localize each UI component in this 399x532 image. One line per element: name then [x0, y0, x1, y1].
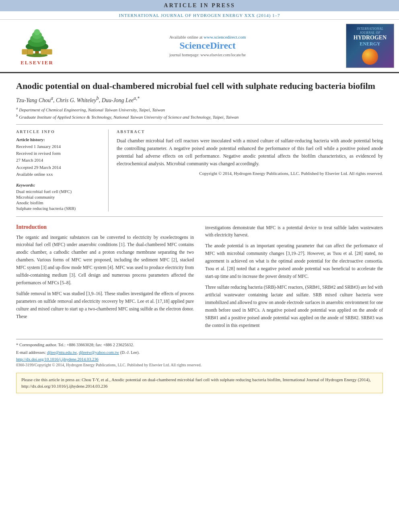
article-info-header: ARTICLE INFO	[16, 129, 103, 134]
journal-cover-title-line3: ENERGY	[360, 41, 380, 47]
affil-marker-b: b	[16, 113, 18, 117]
section-divider-1	[16, 124, 383, 125]
intro-col2-para-3: Three sulfate reducing bacteria (SRB)-MF…	[205, 283, 383, 329]
abstract-text: Dual chamber microbial fuel cell reactor…	[117, 137, 383, 168]
journal-cover-decoration	[362, 49, 378, 65]
history-accepted: Accepted 29 March 2014	[16, 164, 103, 170]
author-sup-a2: a,*	[134, 96, 140, 101]
sciencedirect-url[interactable]: www.sciencedirect.com	[204, 35, 246, 39]
citation-text: Please cite this article in press as: Ch…	[21, 377, 371, 389]
elsevier-tree-icon	[13, 26, 61, 58]
doi-link[interactable]: http://dx.doi.org/10.1016/j.ijhydene.201…	[16, 357, 383, 362]
author-sup-b: b	[97, 96, 99, 101]
history-received: Received 1 January 2014	[16, 144, 103, 150]
journal-copyright: 0360-3199/Copyright © 2014, Hydrogen Ene…	[16, 363, 383, 367]
body-col-right: investigations demonstrate that MFC is a…	[205, 224, 383, 333]
affiliation-a: a Department of Chemical Engineering, Na…	[16, 106, 383, 112]
svg-point-6	[34, 29, 40, 35]
intro-col2-para-1: investigations demonstrate that MFC is a…	[205, 224, 383, 239]
intro-para-1: The organic and inorganic substances can…	[16, 234, 194, 287]
keyword-1: Dual microbial fuel cell (MFC)	[16, 189, 103, 194]
header-center: Available online at www.sciencedirect.co…	[69, 35, 346, 57]
keyword-3: Anodic biofilm	[16, 200, 103, 205]
corresponding-author-note: * Corresponding author. Tel.: +886 33663…	[16, 342, 383, 348]
available-online-text: Available online at www.sciencedirect.co…	[69, 35, 346, 39]
top-header: ELSEVIER Available online at www.science…	[0, 20, 399, 73]
elsevier-brand-text: ELSEVIER	[21, 60, 53, 66]
email-note: E-mail addresses: djlee@ntu.edu.tw, djle…	[16, 349, 383, 356]
journal-cover-title-line1: International Journal of	[349, 27, 391, 35]
abstract-column: ABSTRACT Dual chamber microbial fuel cel…	[117, 129, 383, 212]
sciencedirect-brand: ScienceDirect	[69, 40, 346, 51]
journal-cover-title-line2: HYDROGEN	[354, 35, 387, 41]
article-info-column: ARTICLE INFO Article history: Received 1…	[16, 129, 109, 212]
affiliation-b: b Graduate Institute of Applied Science …	[16, 113, 383, 119]
journal-homepage: journal homepage: www.elsevier.com/locat…	[69, 53, 346, 57]
section-divider-2	[16, 216, 383, 217]
citation-box: Please cite this article in press as: Ch…	[16, 373, 383, 393]
keywords-label: Keywords:	[16, 183, 103, 187]
intro-para-2: Sulfide removal in MFC was studied [3,9–…	[16, 290, 194, 320]
intro-heading: Introduction	[16, 224, 194, 230]
article-info-abstract-section: ARTICLE INFO Article history: Received 1…	[16, 129, 383, 212]
journal-header-bar: INTERNATIONAL JOURNAL OF HYDROGEN ENERGY…	[0, 11, 399, 20]
author-sup-a: a	[51, 96, 53, 101]
history-revised-date: 27 March 2014	[16, 157, 103, 163]
history-label: Article history:	[16, 137, 103, 142]
keyword-4: Sulphate reducing bacteria (SRB)	[16, 206, 103, 211]
journal-cover-image: International Journal of HYDROGEN ENERGY	[346, 24, 394, 68]
intro-col2-para-2: The anode potential is an important oper…	[205, 242, 383, 280]
email-link[interactable]: djlee@ntu.edu.tw	[47, 350, 77, 355]
elsevier-logo: ELSEVIER	[5, 26, 69, 66]
keyword-2: Microbial community	[16, 195, 103, 199]
svg-rect-8	[41, 49, 52, 54]
body-content: Introduction The organic and inorganic s…	[16, 224, 383, 333]
authors: Tzu-Yang Choua, Chris G. Whiteleyb, Duu-…	[16, 96, 383, 104]
article-in-press-banner: ARTICLE IN PRESS	[0, 0, 399, 11]
affil-marker-a: a	[16, 106, 18, 110]
main-content: Anodic potential on dual-chambered micro…	[0, 80, 399, 393]
history-revised-label: Received in revised form	[16, 150, 103, 156]
email-link-2[interactable]: djleetw@yahoo.com.tw	[79, 350, 119, 355]
abstract-header: ABSTRACT	[117, 129, 383, 134]
abstract-copyright: Copyright © 2014, Hydrogen Energy Public…	[117, 171, 383, 176]
article-title: Anodic potential on dual-chambered micro…	[16, 80, 383, 92]
body-col-left: Introduction The organic and inorganic s…	[16, 224, 194, 333]
footnotes-area: * Corresponding author. Tel.: +886 33663…	[16, 339, 383, 367]
affiliations: a Department of Chemical Engineering, Na…	[16, 106, 383, 119]
history-available-online: Available online xxx	[16, 171, 103, 177]
body-two-col: Introduction The organic and inorganic s…	[16, 224, 383, 333]
